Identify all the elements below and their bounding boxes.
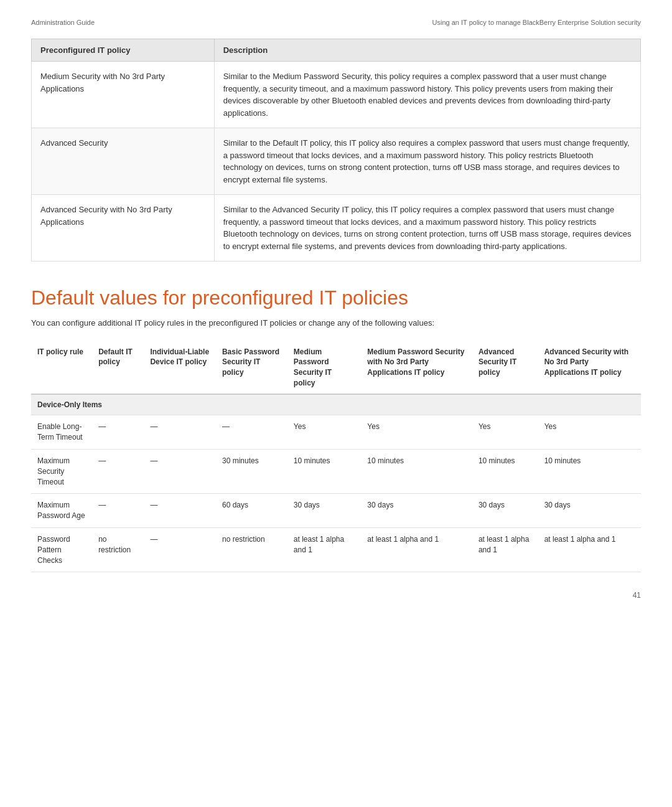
values-col-header-5: Medium Password Security with No 3rd Par… xyxy=(361,342,472,394)
table-row: Medium Security with No 3rd Party Applic… xyxy=(32,62,641,128)
table-cell-2: — xyxy=(144,528,216,572)
table-cell-1: — xyxy=(92,494,144,528)
table-cell-7: Yes xyxy=(538,415,641,450)
preconfigured-col2-header: Description xyxy=(214,39,640,62)
table-cell-3: 30 minutes xyxy=(216,450,287,494)
list-item: Maximum Security Timeout——30 minutes10 m… xyxy=(31,450,641,494)
device-only-items-label: Device-Only Items xyxy=(31,394,641,415)
table-row: Advanced Security with No 3rd Party Appl… xyxy=(32,195,641,262)
page-number: 41 xyxy=(31,591,641,600)
table-cell-3: — xyxy=(216,415,287,450)
table-cell-3: no restriction xyxy=(216,528,287,572)
table-cell-2: — xyxy=(144,415,216,450)
table-cell-4: 30 days xyxy=(287,494,362,528)
table-cell-6: Yes xyxy=(472,415,538,450)
table-cell-5: 10 minutes xyxy=(361,450,472,494)
table-cell-4: at least 1 alpha and 1 xyxy=(287,528,362,572)
values-col-header-1: Default IT policy xyxy=(92,342,144,394)
table-row: Advanced Security Similar to the Default… xyxy=(32,128,641,195)
table-cell-7: 30 days xyxy=(538,494,641,528)
section-heading: Default values for preconfigured IT poli… xyxy=(31,286,641,309)
table-cell-4: Yes xyxy=(287,415,362,450)
table-cell-5: at least 1 alpha and 1 xyxy=(361,528,472,572)
list-item: Maximum Password Age——60 days30 days30 d… xyxy=(31,494,641,528)
preconfigured-col1-header: Preconfigured IT policy xyxy=(32,39,215,62)
header-left: Administration Guide xyxy=(31,19,95,26)
values-col-header-7: Advanced Security with No 3rd Party Appl… xyxy=(538,342,641,394)
table-cell-7: 10 minutes xyxy=(538,450,641,494)
table-cell-2: — xyxy=(144,450,216,494)
table-cell-6: at least 1 alpha and 1 xyxy=(472,528,538,572)
values-col-header-4: Medium Password Security IT policy xyxy=(287,342,362,394)
policy-description: Similar to the Default IT policy, this I… xyxy=(214,128,640,195)
table-cell-1: — xyxy=(92,415,144,450)
list-item: Enable Long-Term Timeout———YesYesYesYes xyxy=(31,415,641,450)
table-cell-1: no restriction xyxy=(92,528,144,572)
table-cell-0: Password Pattern Checks xyxy=(31,528,92,572)
table-cell-0: Maximum Security Timeout xyxy=(31,450,92,494)
doc-header: Administration Guide Using an IT policy … xyxy=(31,19,641,26)
values-table: IT policy ruleDefault IT policyIndividua… xyxy=(31,342,641,573)
policy-name: Medium Security with No 3rd Party Applic… xyxy=(32,62,215,128)
table-cell-5: 30 days xyxy=(361,494,472,528)
header-right: Using an IT policy to manage BlackBerry … xyxy=(432,19,641,26)
values-col-header-6: Advanced Security IT policy xyxy=(472,342,538,394)
table-cell-3: 60 days xyxy=(216,494,287,528)
policy-name: Advanced Security with No 3rd Party Appl… xyxy=(32,195,215,262)
table-cell-0: Enable Long-Term Timeout xyxy=(31,415,92,450)
table-cell-0: Maximum Password Age xyxy=(31,494,92,528)
list-item: Password Pattern Checksno restriction—no… xyxy=(31,528,641,572)
policy-name: Advanced Security xyxy=(32,128,215,195)
table-cell-6: 30 days xyxy=(472,494,538,528)
preconfigured-table: Preconfigured IT policy Description Medi… xyxy=(31,39,641,262)
section-row: Device-Only Items xyxy=(31,394,641,415)
policy-description: Similar to the Advanced Security IT poli… xyxy=(214,195,640,262)
table-cell-7: at least 1 alpha and 1 xyxy=(538,528,641,572)
values-col-header-3: Basic Password Security IT policy xyxy=(216,342,287,394)
values-col-header-2: Individual-Liable Device IT policy xyxy=(144,342,216,394)
policy-description: Similar to the Medium Password Security,… xyxy=(214,62,640,128)
table-cell-6: 10 minutes xyxy=(472,450,538,494)
table-cell-2: — xyxy=(144,494,216,528)
values-col-header-0: IT policy rule xyxy=(31,342,92,394)
table-cell-1: — xyxy=(92,450,144,494)
table-cell-5: Yes xyxy=(361,415,472,450)
table-cell-4: 10 minutes xyxy=(287,450,362,494)
section-intro: You can configure additional IT policy r… xyxy=(31,317,641,329)
